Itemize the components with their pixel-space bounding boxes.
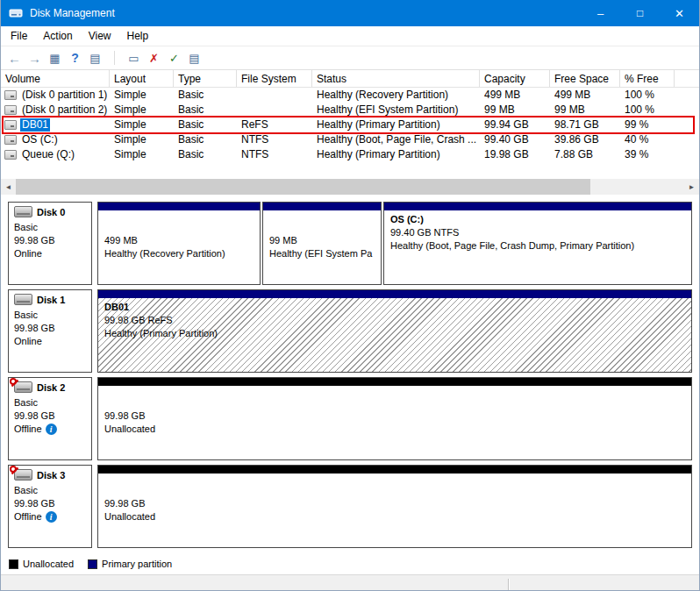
partition-efi[interactable]: 99 MB Healthy (EFI System Pa [262,202,382,285]
column-header-status[interactable]: Status [312,70,480,87]
partition-body: 499 MB Healthy (Recovery Partition) [98,210,260,284]
scrollbar-track[interactable] [16,179,684,195]
partition-body: 99.98 GB Unallocated [98,386,691,459]
column-header-volume[interactable]: Volume [1,70,110,87]
partition-unallocated[interactable]: 99.98 GB Unallocated [97,465,692,548]
column-header-free-space[interactable]: Free Space [550,70,620,87]
maximize-button[interactable]: □ [620,0,660,26]
delete-volume-icon[interactable]: ✗ [145,49,163,68]
volume-capacity: 19.98 GB [480,147,550,162]
disk-panel-2[interactable]: Disk 2 Basic 99.98 GB Offline i [8,377,92,460]
primary-partition-strip [98,203,260,210]
volume-cell: DB01 [1,117,110,132]
close-button[interactable]: ✕ [660,0,699,26]
partition-size: 99.98 GB ReFS [104,314,685,327]
volume-type: Basic [174,147,237,162]
disk-icon-offline [14,469,32,481]
column-header-file-system[interactable]: File System [237,70,312,87]
disk-panel-1[interactable]: Disk 1 Basic 99.98 GB Online [8,289,92,373]
volume-file-system: NTFS [237,147,312,162]
disk-icon [14,294,32,305]
menu-view[interactable]: View [81,27,119,45]
action-pane-icon[interactable]: ▭ [125,49,143,68]
offline-icon [10,466,17,473]
disk-size: 99.98 GB [14,497,87,510]
scroll-right-button[interactable]: ► [684,179,699,195]
disk-panel-3[interactable]: Disk 3 Basic 99.98 GB Offline i [8,465,92,548]
partition-db01-selected[interactable]: DB01 99.98 GB ReFS Healthy (Primary Part… [97,289,692,373]
menubar: File Action View Help [1,26,699,46]
volume-row-queue-q[interactable]: Queue (Q:) Simple Basic NTFS Healthy (Pr… [1,147,699,162]
disk-status-text: Offline [14,423,42,436]
console-tree-icon[interactable]: ▦ [46,49,64,68]
partition-name: OS (C:) [390,213,685,226]
partition-body: OS (C:) 99.40 GB NTFS Healthy (Boot, Pag… [384,210,691,284]
volume-free-space: 39.86 GB [550,132,620,147]
volume-pct-free: 100 % [620,103,675,117]
forward-icon[interactable]: → [25,49,44,68]
volume-status: Healthy (Recovery Partition) [312,88,480,103]
partition-unallocated[interactable]: 99.98 GB Unallocated [97,377,692,460]
partition-recovery[interactable]: 499 MB Healthy (Recovery Partition) [97,202,261,285]
disk-partitions: 99.98 GB Unallocated [97,377,692,460]
partition-os-c[interactable]: OS (C:) 99.40 GB NTFS Healthy (Boot, Pag… [383,202,692,285]
disk-label: Disk 3 [37,470,65,481]
volume-file-system [237,88,312,103]
disk-type: Basic [14,484,87,497]
volume-row-db01-selected[interactable]: DB01 Simple Basic ReFS Healthy (Primary … [1,117,699,132]
disk-status: Offline i [14,510,87,523]
volume-cell: OS (C:) [1,132,110,147]
column-header-type[interactable]: Type [174,70,237,87]
partition-body: 99.98 GB Unallocated [98,474,691,547]
primary-partition-swatch-icon [88,559,97,569]
legend: Unallocated Primary partition [8,552,692,574]
column-header-pct-free[interactable]: % Free [620,70,675,87]
volume-free-space: 7.88 GB [550,147,620,162]
volume-name: (Disk 0 partition 2) [20,103,109,117]
horizontal-scrollbar[interactable]: ◄ ► [1,179,699,195]
volume-row-os-c[interactable]: OS (C:) Simple Basic NTFS Healthy (Boot,… [1,132,699,147]
scrollbar-thumb[interactable] [16,179,590,195]
menu-file[interactable]: File [3,27,35,45]
volume-type: Basic [174,132,237,147]
volume-row-disk0-partition2[interactable]: (Disk 0 partition 2) Simple Basic Health… [1,103,699,117]
column-header-capacity[interactable]: Capacity [480,70,550,87]
mark-partition-icon[interactable]: ✓ [165,49,183,68]
volume-cell: (Disk 0 partition 2) [1,103,110,117]
disk-status-text: Online [14,247,42,260]
volume-icon [4,120,17,130]
partition-body: 99 MB Healthy (EFI System Pa [263,210,381,284]
partition-size: 99.98 GB [104,409,685,423]
volume-row-disk0-partition1[interactable]: (Disk 0 partition 1) Simple Basic Health… [1,88,699,103]
back-icon[interactable]: ← [5,49,24,68]
volume-cell: Queue (Q:) [1,147,110,162]
volume-pct-free: 40 % [620,132,675,147]
info-icon[interactable]: i [46,511,57,523]
volume-list-empty-space [1,162,699,179]
disk-panel-0[interactable]: Disk 0 Basic 99.98 GB Online [8,202,92,285]
disk-management-window: Disk Management – □ ✕ File Action View H… [0,0,700,591]
column-header-layout[interactable]: Layout [110,70,174,87]
unallocated-swatch-icon [9,559,18,569]
primary-partition-strip [98,290,691,298]
volume-cell: (Disk 0 partition 1) [1,88,110,103]
volume-capacity: 99.94 GB [480,117,550,132]
console-window-icon[interactable]: ▤ [86,49,104,68]
menu-action[interactable]: Action [35,27,80,45]
disk-partitions: 99.98 GB Unallocated [97,465,692,548]
scroll-left-button[interactable]: ◄ [1,179,16,195]
disk-icon-offline [14,381,32,393]
menu-help[interactable]: Help [119,27,157,45]
disk-label: Disk 0 [37,207,65,217]
partition-body-selected: DB01 99.98 GB ReFS Healthy (Primary Part… [98,298,691,372]
disk-status: Online [14,335,87,348]
window-controls: – □ ✕ [581,0,699,26]
volume-layout: Simple [110,117,174,132]
help-icon[interactable]: ? [66,49,84,68]
properties-icon[interactable]: ▤ [185,49,204,68]
info-icon[interactable]: i [46,424,57,435]
graphical-view: Disk 0 Basic 99.98 GB Online 499 MB Heal… [1,195,699,574]
volume-name: Queue (Q:) [20,148,76,161]
minimize-button[interactable]: – [581,0,620,26]
disk-label: Disk 2 [37,382,65,393]
